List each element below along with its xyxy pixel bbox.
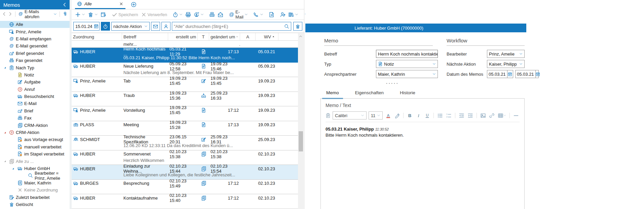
tab-historie[interactable]: Historie bbox=[396, 88, 419, 99]
memo-date-input[interactable]: 05.03.21 bbox=[487, 70, 513, 78]
tree-expander-icon[interactable] bbox=[3, 131, 7, 134]
sidebar-item-crm-aktion[interactable]: ? CRM-Aktion bbox=[0, 129, 70, 136]
email-button[interactable]: @ E-Mail bbox=[227, 9, 249, 20]
sidebar-item-alle-zu[interactable]: Alle zu ... bbox=[0, 158, 70, 165]
search-input[interactable]: "Alle" durchsuchen (Strg+E) bbox=[172, 22, 291, 31]
tab-memo[interactable]: Memo bbox=[322, 88, 343, 99]
sidebar-item-brief[interactable]: Brief bbox=[0, 107, 70, 114]
list-scrollbar[interactable] bbox=[298, 33, 304, 209]
print-mail-button[interactable] bbox=[184, 12, 192, 18]
column-header-a[interactable]: A bbox=[240, 33, 256, 40]
paste-icon[interactable] bbox=[326, 113, 331, 118]
tab-alle[interactable]: Alle bbox=[75, 0, 125, 9]
chevron-left-icon[interactable] bbox=[62, 2, 67, 7]
clear-filter-button[interactable] bbox=[293, 22, 302, 31]
horizontal-rule-button[interactable] bbox=[513, 113, 520, 118]
editor-separator[interactable] bbox=[403, 113, 404, 118]
circle-plus-icon[interactable] bbox=[131, 2, 137, 7]
column-header-zuordnung[interactable]: Zuordnung bbox=[72, 33, 122, 40]
table-row[interactable]: HUBER Herrn Koch nochmals ... 05.03.21 1… bbox=[72, 48, 298, 63]
editor-separator[interactable] bbox=[455, 113, 455, 118]
table-row[interactable]: HUBER Sommervenet 02.10.23 15:38 02.10.2… bbox=[72, 150, 298, 165]
add-contact-button[interactable] bbox=[278, 12, 287, 18]
letter-button[interactable] bbox=[216, 12, 225, 18]
save-button[interactable]: Speichern bbox=[110, 12, 140, 18]
sidebar-item-im-stapel-verarbeitet[interactable]: im Stapel verarbeitet bbox=[0, 150, 70, 158]
discard-button[interactable]: Verwerfen bbox=[140, 12, 169, 18]
editor-content[interactable]: 05.03.21 Kaiser, Philipp11:30:52 Bitte H… bbox=[326, 126, 520, 138]
search-icon[interactable] bbox=[284, 24, 289, 29]
column-header-typ[interactable]: T bbox=[198, 33, 209, 40]
chevron-right-icon[interactable] bbox=[8, 12, 12, 16]
sidebar-item-prinz-amelie[interactable]: Prinz, Amelie bbox=[0, 28, 70, 35]
sidebar-item-keine-zuordnung[interactable]: Keine Zuordnung bbox=[0, 186, 70, 194]
sidebar-item-alle[interactable]: Alle bbox=[0, 21, 70, 28]
delete-button[interactable] bbox=[86, 12, 99, 18]
column-header-wv[interactable]: WV bbox=[256, 33, 278, 40]
indent-button[interactable] bbox=[467, 113, 474, 118]
chevron-up-icon[interactable] bbox=[299, 35, 302, 38]
tab-eigenschaften[interactable]: Eigenschaften bbox=[351, 88, 388, 99]
memo-date-input-2[interactable]: 05.03.21 bbox=[515, 70, 539, 78]
font-family-dropdown[interactable]: Calibri bbox=[333, 111, 367, 119]
column-header-erstellt-um[interactable]: erstellt um bbox=[168, 33, 198, 40]
sidebar-item-geloescht[interactable]: Gelöscht bbox=[0, 201, 70, 208]
sidebar-item-maier-kathrin[interactable]: Maier, Kathrin bbox=[0, 179, 70, 186]
table-row[interactable]: Prinz, Amelie Tab 19.09.23 15:45 19.09.2… bbox=[72, 77, 298, 92]
table-row[interactable]: HUBER Kontaktaufnahme 02.10.23 15:40 17:… bbox=[72, 194, 298, 209]
sidebar-item-email-empfangen[interactable]: @ E-Mail empfangen bbox=[0, 35, 70, 42]
table-row[interactable]: HUBER Einladung zur Weihna... 02.10.23 1… bbox=[72, 165, 298, 180]
outdent-button[interactable] bbox=[458, 113, 465, 118]
table-row[interactable]: HUBER Traub 19.09.23 15:36 25.09.23 16:3… bbox=[72, 92, 298, 107]
column-header-betreff[interactable]: Betreff bbox=[122, 33, 168, 40]
betreff-input[interactable]: Herrn Koch nochmals kontaktieren bzgl. bbox=[376, 50, 438, 58]
table-row[interactable]: Prinz, Amelie Vorstellung 19.09.23 15:45… bbox=[72, 106, 298, 121]
more-link[interactable]: mehr... bbox=[123, 42, 137, 47]
export-doc-button[interactable] bbox=[267, 12, 276, 18]
open-window-button[interactable] bbox=[99, 12, 108, 18]
sidebar-item-email-gesendet[interactable]: @ E-Mail gesendet bbox=[0, 42, 70, 49]
numbered-list-button[interactable]: 12 bbox=[445, 113, 452, 118]
bearbeiter-dropdown[interactable]: Prinz, Amelie bbox=[487, 50, 525, 58]
editor-separator[interactable] bbox=[433, 113, 434, 118]
paperclip-icon[interactable] bbox=[63, 11, 68, 16]
sidebar-item-manuell-verarbeitet[interactable]: manuell verarbeitet bbox=[0, 143, 70, 150]
underline-button[interactable]: U bbox=[424, 113, 431, 118]
sidebar-item-fax[interactable]: Fax bbox=[0, 114, 70, 121]
close-icon[interactable] bbox=[119, 2, 123, 6]
tree-expander-icon[interactable] bbox=[11, 167, 15, 170]
editor-separator[interactable] bbox=[477, 113, 477, 118]
sidebar-item-zuletzt-bearbeitet[interactable]: Zuletzt bearbeitet bbox=[0, 194, 70, 201]
table-row[interactable]: HUBER Neue Lieferung 05.09.23 12:58 19.0… bbox=[72, 63, 298, 77]
call-button[interactable] bbox=[252, 12, 265, 18]
person-filter-button[interactable] bbox=[161, 22, 171, 31]
new-memo-button[interactable] bbox=[74, 12, 86, 18]
forward-contact-button[interactable] bbox=[192, 12, 205, 18]
date-filter-input[interactable]: 15.01.24 bbox=[73, 22, 100, 31]
ansprechpartner-dropdown[interactable]: Maier, Kathrin bbox=[376, 70, 438, 78]
editor-separator[interactable] bbox=[509, 113, 510, 118]
fax-button[interactable] bbox=[208, 12, 216, 18]
column-header-geaendert-um[interactable]: geändert um bbox=[209, 33, 240, 40]
tree-expander-icon[interactable] bbox=[3, 160, 7, 163]
table-row[interactable]: BURGES Besprechung 02.10.23 15:49 17:12 … bbox=[72, 180, 298, 195]
insert-table-button[interactable] bbox=[497, 113, 507, 118]
naechste-aktion-dropdown[interactable]: Kaiser, Philipp bbox=[487, 60, 525, 68]
sidebar-item-notiz[interactable]: Notiz bbox=[0, 71, 70, 78]
table-row[interactable]: SCHMIDT Technische Spezifikation 23.06.1… bbox=[72, 136, 298, 150]
archive-button[interactable] bbox=[287, 12, 300, 18]
email-fetch-button[interactable]: @ E-Mails abrufen bbox=[18, 9, 57, 19]
sidebar-item-fax-gesendet[interactable]: Fax gesendet bbox=[0, 57, 70, 64]
sidebar-item-crm-aktion-typ[interactable]: CRM-Aktion bbox=[0, 121, 70, 129]
bullet-list-button[interactable] bbox=[437, 113, 444, 118]
scrollbar-thumb[interactable] bbox=[299, 131, 303, 151]
sidebar-item-aus-vorlage-erzeugt[interactable]: aus Vorlage erzeugt bbox=[0, 136, 70, 143]
action-filter-dropdown[interactable]: nächste Aktion bbox=[111, 22, 150, 31]
chevron-left-icon[interactable] bbox=[2, 12, 6, 16]
insert-image-button[interactable] bbox=[480, 113, 487, 118]
sidebar-item-nach-typ[interactable]: Nach Typ bbox=[0, 64, 70, 71]
form-splitter-handle[interactable]: ····· bbox=[386, 81, 399, 86]
font-color-button[interactable]: A bbox=[385, 113, 392, 118]
font-size-dropdown[interactable]: 11 bbox=[369, 111, 383, 119]
highlight-button[interactable] bbox=[393, 113, 401, 118]
